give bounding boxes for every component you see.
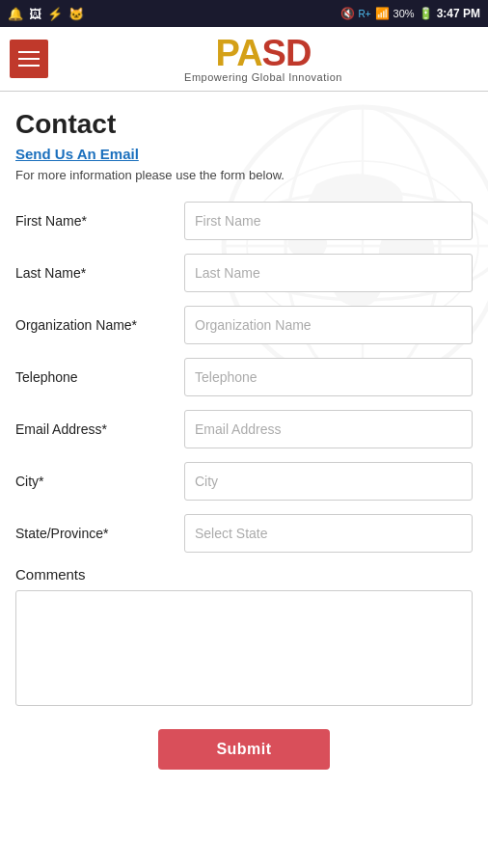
logo-letter-s: S <box>262 33 285 73</box>
logo-letter-a: A <box>236 33 261 73</box>
last-name-row: Last Name* <box>15 254 473 292</box>
first-name-row: First Name* <box>15 202 473 240</box>
logo-letter-d: D <box>285 33 311 73</box>
battery-percent: 30% <box>393 8 415 19</box>
app-header: PASD Empowering Global Innovation <box>0 27 488 92</box>
menu-line-2 <box>18 58 40 60</box>
contact-form: First Name* Last Name* Organization Name… <box>15 202 473 770</box>
org-name-input[interactable] <box>184 306 473 344</box>
battery-icon: 🔋 <box>419 7 433 20</box>
send-email-link[interactable]: Send Us An Email <box>15 146 473 162</box>
comments-label: Comments <box>15 566 473 583</box>
form-description: For more information please use the form… <box>15 168 473 182</box>
signal-bars: 📶 <box>375 7 390 20</box>
comments-textarea[interactable] <box>15 590 473 706</box>
page-title: Contact <box>15 109 473 140</box>
signal-icon: R+ <box>359 9 371 19</box>
city-label: City* <box>15 474 184 489</box>
logo-letter-p: P <box>216 33 237 73</box>
first-name-label: First Name* <box>15 213 184 229</box>
state-label: State/Province* <box>15 526 184 541</box>
first-name-input[interactable] <box>184 202 473 240</box>
city-row: City* <box>15 462 473 501</box>
usb-icon: ⚡ <box>47 7 63 21</box>
comments-section: Comments <box>15 566 473 729</box>
menu-line-1 <box>18 51 40 53</box>
cat-icon: 🐱 <box>68 7 84 21</box>
notification-icon: 🔔 <box>8 7 23 21</box>
org-name-row: Organization Name* <box>15 306 473 344</box>
telephone-input[interactable] <box>184 358 473 396</box>
telephone-row: Telephone <box>15 358 473 396</box>
menu-button[interactable] <box>10 40 48 78</box>
submit-button[interactable]: Submit <box>158 729 329 770</box>
state-input[interactable] <box>184 514 473 553</box>
image-icon: 🖼 <box>29 7 41 21</box>
status-icons-left: 🔔 🖼 ⚡ 🐱 <box>8 7 84 21</box>
logo-tagline: Empowering Global Innovation <box>184 71 342 83</box>
city-input[interactable] <box>184 462 473 501</box>
main-content: Contact Send Us An Email For more inform… <box>0 92 488 806</box>
last-name-input[interactable] <box>184 254 473 292</box>
menu-line-3 <box>18 65 40 67</box>
telephone-label: Telephone <box>15 369 184 385</box>
email-input[interactable] <box>184 410 473 448</box>
logo-wordmark: PASD <box>216 35 312 71</box>
org-name-label: Organization Name* <box>15 317 184 333</box>
email-row: Email Address* <box>15 410 473 448</box>
mute-icon: 🔇 <box>340 7 355 20</box>
last-name-label: Last Name* <box>15 265 184 281</box>
time-display: 3:47 PM <box>437 7 480 20</box>
status-right: 🔇 R+ 📶 30% 🔋 3:47 PM <box>340 7 480 20</box>
state-row: State/Province* <box>15 514 473 553</box>
submit-container: Submit <box>15 729 473 770</box>
email-label: Email Address* <box>15 421 184 437</box>
content-inner: Contact Send Us An Email For more inform… <box>15 109 473 770</box>
logo: PASD Empowering Global Innovation <box>48 35 478 83</box>
status-bar: 🔔 🖼 ⚡ 🐱 🔇 R+ 📶 30% 🔋 3:47 PM <box>0 0 488 27</box>
